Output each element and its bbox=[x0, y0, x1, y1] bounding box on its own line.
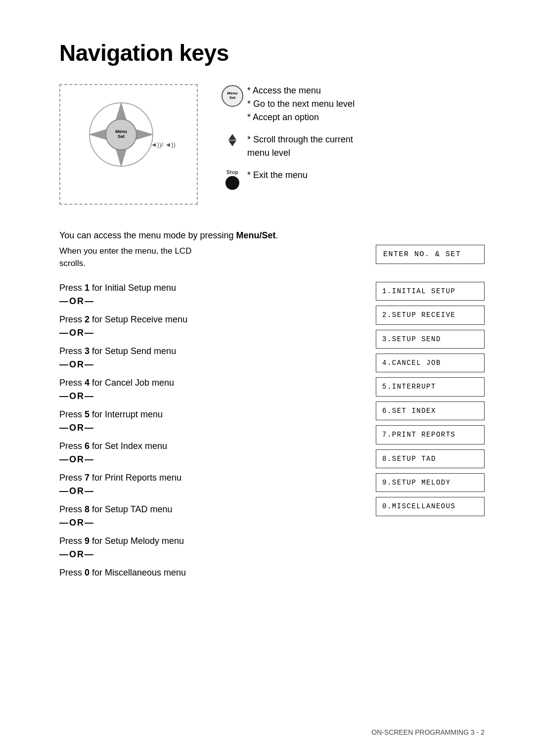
stop-key-row: Stop * Exit the menu bbox=[218, 169, 485, 190]
menu-item-6: Press 7 for Print Reports menu—OR— bbox=[59, 472, 356, 498]
menu-list-text: Press 1 for Initial Setup menu—OR—Press … bbox=[59, 282, 356, 584]
menu-list-lcd: 1.INITIAL SETUP2.SETUP RECEIVE3.SETUP SE… bbox=[376, 282, 485, 584]
lcd-item-6: 7.PRINT REPORTS bbox=[376, 425, 485, 444]
lcd-item-7: 8.SETUP TAD bbox=[376, 449, 485, 468]
menu-item-text-5: Press 6 for Set Index menu bbox=[59, 440, 356, 452]
or-label-7: —OR— bbox=[59, 516, 356, 530]
menu-item-1: Press 2 for Setup Receive menu—OR— bbox=[59, 313, 356, 340]
menu-item-7: Press 8 for Setup TAD menu—OR— bbox=[59, 503, 356, 530]
or-label-5: —OR— bbox=[59, 452, 356, 467]
stop-description: * Exit the menu bbox=[247, 169, 485, 182]
menu-item-text-7: Press 8 for Setup TAD menu bbox=[59, 503, 356, 516]
lcd-enter-display: ENTER NO. & SET bbox=[376, 245, 485, 264]
menu-item-text-0: Press 1 for Initial Setup menu bbox=[59, 282, 356, 294]
menu-set-icon: Menu Set bbox=[222, 85, 243, 107]
stop-circle bbox=[225, 176, 239, 190]
key-descriptions: Menu Set * Access the menu * Go to the n… bbox=[218, 84, 485, 194]
page-title: Navigation keys bbox=[59, 40, 485, 66]
menu-item-8: Press 9 for Setup Melody menu—OR— bbox=[59, 535, 356, 562]
menu-item-5: Press 6 for Set Index menu—OR— bbox=[59, 440, 356, 467]
or-label-6: —OR— bbox=[59, 484, 356, 498]
scroll-key-row: * Scroll through the current menu level bbox=[218, 133, 485, 160]
stop-icon-col: Stop bbox=[218, 169, 247, 190]
lcd-item-8: 9.SETUP MELODY bbox=[376, 473, 485, 492]
lcd-item-0: 1.INITIAL SETUP bbox=[376, 282, 485, 301]
scroll-down-icon bbox=[228, 140, 236, 146]
lcd-item-5: 6.SET INDEX bbox=[376, 401, 485, 420]
lcd-intro-text: When you enter the menu, the LCD scrolls… bbox=[59, 245, 346, 270]
lcd-intro-row: When you enter the menu, the LCD scrolls… bbox=[59, 245, 485, 270]
menu-item-text-4: Press 5 for Interrupt menu bbox=[59, 408, 356, 421]
volume-icon: ◄))/ ◄)) bbox=[151, 141, 176, 148]
menu-item-9: Press 0 for Miscellaneous menu bbox=[59, 567, 356, 579]
or-label-8: —OR— bbox=[59, 547, 356, 562]
lcd-item-4: 5.INTERRUPT bbox=[376, 377, 485, 396]
menu-set-button: Menu Set bbox=[105, 119, 137, 150]
menu-set-icon-col: Menu Set bbox=[218, 84, 247, 107]
or-label-2: —OR— bbox=[59, 357, 356, 372]
footer: ON-SCREEN PROGRAMMING 3 - 2 bbox=[371, 728, 485, 736]
menu-set-key-row: Menu Set * Access the menu * Go to the n… bbox=[218, 84, 485, 124]
scroll-description: * Scroll through the current menu level bbox=[247, 133, 485, 160]
or-label-1: —OR— bbox=[59, 326, 356, 340]
nav-section: Menu Set ◄))/ ◄)) Menu Set bbox=[59, 84, 485, 205]
menu-item-text-6: Press 7 for Print Reports menu bbox=[59, 472, 356, 484]
menu-item-3: Press 4 for Cancel Job menu—OR— bbox=[59, 377, 356, 403]
menu-item-text-8: Press 9 for Setup Melody menu bbox=[59, 535, 356, 547]
dpad: Menu Set bbox=[87, 100, 156, 169]
intro-paragraph: You can access the menu mode by pressing… bbox=[59, 228, 485, 243]
lcd-item-3: 4.CANCEL JOB bbox=[376, 354, 485, 372]
scroll-up-icon bbox=[228, 134, 236, 140]
or-label-4: —OR— bbox=[59, 421, 356, 435]
menu-item-0: Press 1 for Initial Setup menu—OR— bbox=[59, 282, 356, 309]
or-label-3: —OR— bbox=[59, 389, 356, 403]
menu-list: Press 1 for Initial Setup menu—OR—Press … bbox=[59, 282, 485, 584]
menu-set-description: * Access the menu * Go to the next menu … bbox=[247, 84, 485, 124]
menu-item-2: Press 3 for Setup Send menu—OR— bbox=[59, 345, 356, 372]
or-label-0: —OR— bbox=[59, 294, 356, 309]
controller-graphic: Menu Set ◄))/ ◄)) bbox=[77, 95, 180, 194]
lcd-item-2: 3.SETUP SEND bbox=[376, 330, 485, 349]
menu-item-text-3: Press 4 for Cancel Job menu bbox=[59, 377, 356, 389]
scroll-icon-col bbox=[218, 133, 247, 146]
menu-item-text-2: Press 3 for Setup Send menu bbox=[59, 345, 356, 357]
main-content: You can access the menu mode by pressing… bbox=[59, 228, 485, 584]
page-container: Navigation keys Menu Set ◄))/ ◄)) bbox=[0, 0, 534, 614]
lcd-item-1: 2.SETUP RECEIVE bbox=[376, 306, 485, 324]
scroll-icon bbox=[228, 134, 236, 146]
menu-item-4: Press 5 for Interrupt menu—OR— bbox=[59, 408, 356, 435]
menu-item-text-9: Press 0 for Miscellaneous menu bbox=[59, 567, 356, 579]
lcd-item-9: 0.MISCELLANEOUS bbox=[376, 497, 485, 516]
stop-button-icon: Stop bbox=[225, 170, 239, 190]
controller-diagram: Menu Set ◄))/ ◄)) bbox=[59, 84, 198, 205]
menu-item-text-1: Press 2 for Setup Receive menu bbox=[59, 313, 356, 326]
